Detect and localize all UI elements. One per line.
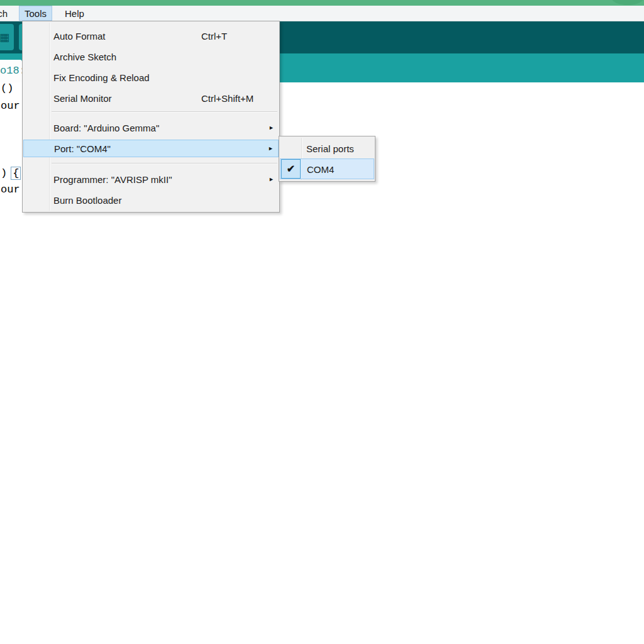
menu-item-label: Port: "COM4" bbox=[54, 143, 111, 154]
menu-item-board[interactable]: Board: "Arduino Gemma" ► bbox=[23, 119, 279, 136]
code-line-fragment: () bbox=[1, 82, 13, 94]
menu-item-help[interactable]: Help bbox=[60, 6, 89, 21]
menu-item-serial-monitor[interactable]: Serial Monitor Ctrl+Shift+M bbox=[23, 89, 279, 107]
code-paren: ) bbox=[1, 167, 7, 179]
menu-separator bbox=[52, 163, 277, 164]
menu-item-fix-encoding[interactable]: Fix Encoding & Reload bbox=[23, 69, 279, 86]
arduino-ide-window: ▦ ▦ o18: () our ){ our tch Tools Help Au… bbox=[0, 0, 644, 644]
sketch-tab[interactable]: o18: bbox=[0, 60, 22, 82]
menu-item-label: Board: "Arduino Gemma" bbox=[53, 123, 159, 133]
submenu-arrow-icon: ► bbox=[269, 176, 274, 182]
menu-item-archive-sketch[interactable]: Archive Sketch bbox=[23, 48, 279, 65]
menu-item-label: Fix Encoding & Reload bbox=[53, 72, 150, 83]
logo-circle-decoration bbox=[611, 0, 644, 5]
submenu-arrow-icon: ► bbox=[268, 145, 274, 152]
menu-label: tch bbox=[0, 8, 8, 19]
code-line-fragment: ){ bbox=[1, 167, 21, 179]
menu-item-burn-bootloader[interactable]: Burn Bootloader bbox=[23, 191, 279, 209]
submenu-item-com4[interactable]: ✔ COM4 bbox=[280, 158, 374, 179]
submenu-header-label: Serial ports bbox=[306, 143, 354, 154]
menu-item-label: Serial Monitor bbox=[53, 93, 112, 104]
title-strip bbox=[0, 0, 644, 6]
shortcut-text: Ctrl+T bbox=[201, 31, 227, 42]
shortcut-text: Ctrl+Shift+M bbox=[201, 93, 253, 104]
menu-item-tools[interactable]: Tools bbox=[19, 6, 52, 21]
menu-label: Help bbox=[65, 8, 84, 19]
menu-item-label: Archive Sketch bbox=[53, 52, 116, 62]
submenu-arrow-icon: ► bbox=[269, 125, 274, 131]
menu-item-label: Programmer: "AVRISP mkII" bbox=[53, 174, 172, 185]
matched-brace-highlight: { bbox=[11, 167, 21, 180]
sketch-board-icon: ▦ bbox=[0, 31, 9, 44]
menu-item-programmer[interactable]: Programmer: "AVRISP mkII" ► bbox=[23, 170, 279, 188]
submenu-header-serial-ports: Serial ports bbox=[280, 138, 374, 158]
menu-item-sketch-partial[interactable]: tch bbox=[0, 6, 10, 21]
menu-label: Tools bbox=[25, 8, 47, 19]
submenu-item-label: COM4 bbox=[307, 164, 334, 174]
tools-menu-popup: Auto Format Ctrl+T Archive Sketch Fix En… bbox=[22, 21, 280, 213]
menu-separator bbox=[52, 111, 277, 113]
menu-item-auto-format[interactable]: Auto Format Ctrl+T bbox=[23, 27, 279, 45]
menu-bar: tch Tools Help bbox=[0, 6, 644, 21]
menu-item-label: Auto Format bbox=[53, 31, 106, 42]
port-submenu-popup: Serial ports ✔ COM4 bbox=[279, 136, 375, 182]
menu-item-port[interactable]: Port: "COM4" ► bbox=[23, 140, 279, 157]
code-line-fragment: our bbox=[1, 184, 20, 196]
menu-item-label: Burn Bootloader bbox=[53, 195, 121, 206]
checkmark-icon: ✔ bbox=[281, 159, 301, 179]
toolbar-button-1[interactable]: ▦ bbox=[0, 24, 14, 50]
code-line-fragment: our bbox=[1, 100, 20, 112]
